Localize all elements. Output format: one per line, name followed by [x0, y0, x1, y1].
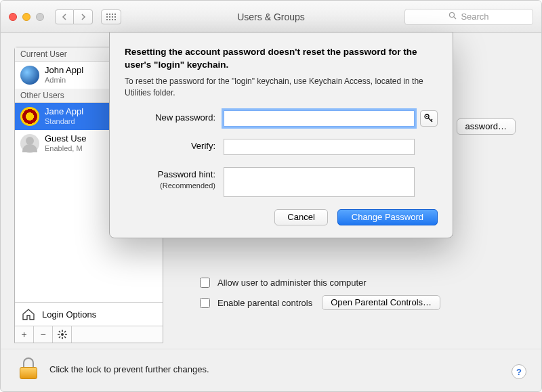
sheet-heading: Resetting the account password doesn't r… — [125, 46, 438, 72]
lock-shackle-icon — [23, 357, 34, 367]
password-key-button[interactable] — [420, 110, 438, 127]
settings-gear-button[interactable] — [53, 326, 72, 343]
avatar-target-icon — [20, 107, 39, 126]
close-window-button[interactable] — [9, 13, 17, 21]
login-options-row[interactable]: Login Options — [15, 302, 163, 326]
nav-buttons — [55, 9, 93, 24]
svg-point-12 — [426, 116, 428, 117]
svg-line-14 — [431, 119, 432, 121]
svg-line-10 — [59, 336, 60, 338]
home-icon — [22, 308, 35, 320]
user-role: Enabled, M — [45, 144, 86, 153]
lock-text: Click the lock to prevent further change… — [49, 364, 209, 374]
hint-label: Password hint: (Recommended) — [125, 167, 224, 190]
grid-icon — [106, 14, 116, 20]
help-button[interactable]: ? — [512, 364, 526, 379]
cancel-button[interactable]: Cancel — [274, 209, 327, 225]
verify-password-input[interactable] — [224, 139, 415, 155]
user-name: Guest Use — [45, 134, 86, 144]
avatar-earth-icon — [20, 66, 39, 85]
gear-icon — [58, 330, 67, 339]
enable-parental-label: Enable parental controls — [217, 298, 312, 308]
titlebar: Users & Groups Search — [1, 1, 541, 33]
avatar-silhouette-icon — [20, 134, 39, 153]
back-button[interactable] — [55, 9, 74, 24]
svg-line-7 — [59, 331, 60, 332]
allow-admin-checkbox[interactable] — [200, 278, 210, 288]
svg-line-8 — [64, 336, 66, 338]
password-hint-input[interactable] — [224, 167, 415, 197]
change-password-button[interactable]: Change Password — [337, 209, 438, 225]
login-options-label: Login Options — [42, 309, 96, 320]
change-password-button-background[interactable]: assword… — [457, 118, 516, 135]
allow-admin-label: Allow user to administer this computer — [217, 278, 367, 288]
sidebar-toolbar: + − — [15, 326, 163, 343]
sheet-subtext: To reset the password for the "login" ke… — [125, 76, 438, 99]
key-icon — [424, 114, 434, 123]
users-groups-window: Users & Groups Search Current User John … — [0, 0, 542, 392]
show-all-button[interactable] — [101, 9, 121, 24]
chevron-left-icon — [62, 14, 67, 20]
svg-point-2 — [61, 333, 64, 336]
search-placeholder: Search — [461, 12, 488, 22]
remove-user-button[interactable]: − — [34, 326, 53, 343]
minimize-window-button[interactable] — [22, 13, 30, 21]
svg-line-9 — [64, 331, 66, 332]
enable-parental-checkbox-row[interactable]: Enable parental controls — [197, 296, 312, 310]
lock-body-icon — [20, 367, 37, 379]
allow-admin-checkbox-row[interactable]: Allow user to administer this computer — [197, 276, 521, 290]
window-controls — [9, 13, 44, 21]
lock-button[interactable] — [20, 359, 39, 379]
user-role: Standard — [45, 117, 83, 126]
search-field[interactable]: Search — [404, 9, 533, 25]
svg-point-0 — [450, 13, 455, 18]
user-role: Admin — [45, 76, 83, 85]
chevron-right-icon — [81, 14, 86, 20]
svg-line-1 — [454, 17, 456, 19]
add-user-button[interactable]: + — [15, 326, 34, 343]
verify-label: Verify: — [125, 139, 224, 152]
open-parental-controls-button[interactable]: Open Parental Controls… — [322, 295, 440, 310]
reset-password-sheet: Resetting the account password doesn't r… — [109, 32, 453, 238]
enable-parental-checkbox[interactable] — [200, 298, 210, 308]
search-icon — [449, 12, 457, 22]
footer: Click the lock to prevent further change… — [1, 349, 541, 391]
user-name: Jane Appl — [45, 107, 83, 117]
forward-button[interactable] — [74, 9, 93, 24]
user-name: John Appl — [45, 66, 83, 76]
new-password-label: New password: — [125, 110, 224, 123]
new-password-input[interactable] — [224, 110, 415, 127]
zoom-window-button[interactable] — [36, 13, 44, 21]
